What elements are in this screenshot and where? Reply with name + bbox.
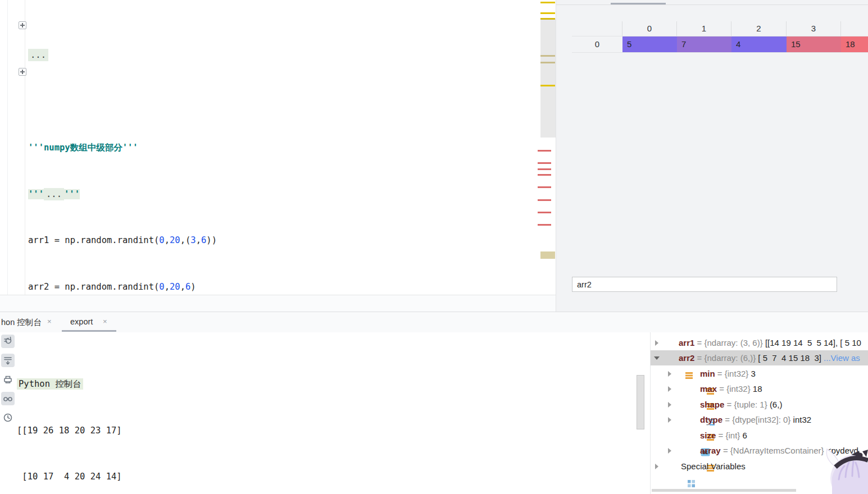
error-marker[interactable] — [538, 212, 551, 213]
error-marker[interactable] — [538, 199, 551, 201]
history-icon[interactable] — [1, 411, 15, 424]
rerun-icon[interactable] — [1, 335, 15, 348]
error-marker[interactable] — [538, 174, 551, 176]
ndarray-icon — [688, 369, 697, 377]
error-marker[interactable] — [538, 224, 551, 226]
chevron-right-icon[interactable] — [668, 448, 671, 454]
error-marker[interactable] — [538, 186, 551, 188]
console-line: [[19 26 18 20 23 17] — [17, 423, 212, 439]
chevron-right-icon[interactable] — [668, 417, 671, 423]
fold-expand-icon[interactable] — [19, 21, 26, 29]
warning-marker[interactable] — [540, 2, 555, 3]
weak-warning-marker[interactable] — [540, 251, 555, 259]
ndarray-icon — [688, 385, 697, 392]
array-query-input[interactable] — [572, 277, 837, 292]
error-marker[interactable] — [538, 162, 551, 164]
code-line[interactable]: arr1 = np.random.randint(0,20,(3,6)) — [28, 233, 401, 249]
array-cell[interactable]: 7 — [677, 36, 731, 52]
close-icon[interactable]: × — [47, 317, 52, 326]
tab-export[interactable]: export — [70, 317, 93, 326]
code-line[interactable]: ... — [28, 48, 401, 63]
code-line[interactable] — [28, 94, 401, 110]
column-header[interactable]: 1 — [677, 21, 731, 36]
variables-hscrollbar-thumb[interactable] — [652, 489, 796, 492]
ndarray-icon — [666, 354, 675, 362]
view-as-link[interactable]: ...View as — [824, 353, 860, 363]
editor-left-edge — [7, 0, 8, 295]
fold-expand-icon[interactable] — [19, 68, 26, 76]
editor-error-stripe[interactable] — [537, 0, 556, 295]
tab-python-console[interactable]: hon 控制台 — [1, 317, 42, 328]
array-table-row: 0 5 7 4 15 18 — [572, 36, 868, 53]
console-banner: Python 控制台 — [17, 378, 83, 390]
glasses-icon[interactable] — [1, 392, 15, 405]
array-table-header-row: 0 1 2 3 — [572, 21, 868, 36]
editor-scrollbar-thumb[interactable] — [540, 19, 556, 138]
warning-marker[interactable] — [540, 12, 555, 14]
array-cell[interactable]: 4 — [731, 36, 787, 52]
column-header[interactable]: 3 — [787, 21, 841, 36]
console-tab-bar: hon 控制台 × export × — [0, 312, 868, 332]
chevron-right-icon[interactable] — [655, 340, 658, 346]
chevron-right-icon[interactable] — [668, 386, 671, 392]
mascot-overlay — [823, 440, 868, 494]
variable-row-min[interactable]: min = {int32} 3 — [651, 366, 868, 381]
code-line[interactable]: '''numpy数组中级部分''' — [28, 140, 401, 156]
ndarray-icon — [666, 339, 675, 346]
printer-icon[interactable] — [1, 373, 15, 386]
column-header[interactable]: 0 — [622, 21, 677, 36]
gutter-divider — [25, 0, 25, 295]
warning-marker[interactable] — [540, 85, 555, 86]
array-cell[interactable]: 18 — [841, 36, 868, 52]
variable-row-arr2[interactable]: arr2 = {ndarray: (6,)} [ 5 7 4 15 18 3] … — [651, 350, 868, 365]
console-toolbar — [1, 335, 15, 430]
array-cell[interactable]: 15 — [787, 36, 841, 52]
selected-tab-indicator — [62, 330, 116, 332]
console-output[interactable]: Python 控制台 [[19 26 18 20 23 17] [10 17 4… — [17, 346, 212, 494]
weak-warning-marker[interactable] — [540, 55, 555, 57]
shape-123-icon — [688, 400, 697, 408]
sciview-panel: 0 1 2 3 0 5 7 4 15 18 — [556, 0, 868, 312]
array-table: 0 1 2 3 0 5 7 4 15 18 — [572, 21, 868, 53]
code-editor[interactable]: ... '''numpy数组中级部分''' '''...''' arr1 = n… — [0, 0, 556, 295]
console-scrollbar-thumb[interactable] — [637, 375, 644, 429]
python-console[interactable]: Python 控制台 [[19 26 18 20 23 17] [10 17 4… — [0, 332, 649, 494]
scroll-to-end-icon[interactable] — [1, 354, 15, 367]
code-line[interactable]: '''...''' — [28, 187, 401, 203]
console-line: [10 17 4 20 24 14] — [17, 469, 212, 485]
ndarray-icon — [688, 415, 697, 423]
variable-row-shape[interactable]: shape = {tuple: 1} (6,) — [651, 397, 868, 412]
column-header[interactable] — [841, 21, 868, 36]
corner-header-cell — [572, 21, 622, 36]
chevron-right-icon[interactable] — [668, 402, 671, 408]
editor-hscroll-area[interactable] — [0, 295, 556, 312]
primitive-01-icon: 01 — [682, 431, 691, 438]
chevron-right-icon[interactable] — [655, 464, 658, 469]
chevron-right-icon[interactable] — [668, 371, 671, 377]
code-line[interactable]: arr2 = np.random.randint(0,20,6) — [28, 280, 401, 295]
variable-row-max[interactable]: max = {int32} 18 — [651, 381, 868, 396]
row-header[interactable]: 0 — [572, 36, 622, 52]
variable-row-dtype[interactable]: dtype = {dtype[int32]: 0} int32 — [651, 412, 868, 427]
error-marker[interactable] — [538, 150, 551, 152]
ide-window: ... '''numpy数组中级部分''' '''...''' arr1 = n… — [0, 0, 868, 494]
weak-warning-marker[interactable] — [540, 62, 555, 63]
column-header[interactable]: 2 — [731, 21, 787, 36]
array-cell[interactable]: 5 — [622, 36, 677, 52]
special-variables-icon — [669, 462, 678, 470]
variables-panel: arr1 = {ndarray: (3, 6)} [[14 19 14 5 5 … — [651, 332, 868, 494]
ndarray-icon — [688, 446, 697, 454]
error-marker[interactable] — [538, 168, 551, 170]
close-icon[interactable]: × — [103, 317, 107, 326]
chevron-down-icon[interactable] — [654, 356, 660, 360]
variable-row-arr1[interactable]: arr1 = {ndarray: (3, 6)} [[14 19 14 5 5 … — [651, 335, 868, 350]
sciview-top-border — [556, 4, 868, 5]
